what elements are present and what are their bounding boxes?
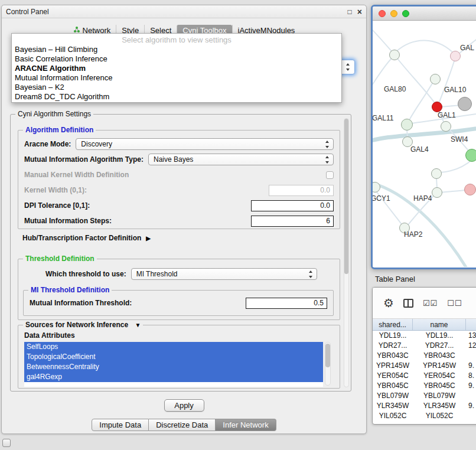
- algorithm-option[interactable]: Bayesian – Hill Climbing: [12, 45, 341, 54]
- threshold-definition-group: Threshold Definition Which threshold to …: [18, 259, 340, 320]
- mi-threshold-row: Mutual Information Threshold: 0.5: [24, 291, 333, 315]
- table-body: YDL19...YDL19...13 YDR27...YDR27...12 YB…: [373, 331, 476, 421]
- sources-group-title[interactable]: Sources for Network Inference ▼: [23, 321, 143, 329]
- apply-button[interactable]: Apply: [164, 399, 204, 412]
- table-row[interactable]: YIL052CYIL052C: [373, 411, 476, 421]
- which-threshold-row: Which threshold to use: MI Threshold: [18, 266, 340, 282]
- table-row[interactable]: YBR043CYBR043C: [373, 351, 476, 361]
- expand-arrow-icon[interactable]: ▶: [146, 235, 151, 242]
- network-node-label: GAL1: [438, 111, 456, 119]
- tab-infer-network[interactable]: Infer Network: [216, 419, 276, 431]
- algorithm-option[interactable]: Basic Correlation Inference: [12, 54, 341, 64]
- mi-threshold-definition-group: MI Threshold Definition Mutual Informati…: [23, 290, 334, 316]
- table-row[interactable]: YBL079WYBL079W: [373, 391, 476, 401]
- hub-definition-toggle[interactable]: Hub/Transcription Factor Definition ▶: [22, 234, 151, 242]
- table-row[interactable]: YDL19...YDL19...13: [373, 331, 476, 341]
- scrollbar-thumb[interactable]: [344, 119, 348, 274]
- network-node-gal11[interactable]: [401, 119, 413, 131]
- combo-stepper-icon: [324, 140, 331, 149]
- algorithm-option[interactable]: Bayesian – K2: [12, 83, 341, 92]
- aracne-mode-select[interactable]: Discovery: [76, 138, 334, 150]
- column-header[interactable]: [466, 319, 476, 330]
- cell: 12: [466, 341, 476, 351]
- table-row[interactable]: YDR27...YDR27...12: [373, 341, 476, 351]
- mi-steps-label: Mutual Information Steps:: [24, 217, 112, 225]
- network-node[interactable]: [464, 184, 476, 195]
- float-window-icon[interactable]: □: [348, 8, 352, 15]
- attribute-item[interactable]: TopologicalCoefficient: [24, 352, 323, 362]
- scrollbar-thumb[interactable]: [325, 344, 330, 367]
- which-threshold-value: MI Threshold: [136, 270, 178, 278]
- table-header: shared... name: [373, 319, 476, 331]
- kernel-width-label: Kernel Width (0,1):: [24, 186, 87, 194]
- manual-kernel-checkbox[interactable]: [326, 171, 334, 179]
- mi-steps-row: Mutual Information Steps: 6: [18, 213, 340, 229]
- control-panel-title: Control Panel: [6, 8, 343, 16]
- tab-impute-data[interactable]: Impute Data: [92, 419, 149, 431]
- table-row[interactable]: YER054CYER054C8.: [373, 371, 476, 381]
- cell: YDL19...: [413, 331, 466, 341]
- network-node[interactable]: [389, 50, 400, 60]
- dpi-tolerance-field[interactable]: 0.0: [251, 200, 334, 211]
- columns-icon[interactable]: [403, 299, 413, 308]
- mi-threshold-field[interactable]: 0.5: [246, 298, 327, 309]
- minimize-button[interactable]: [390, 10, 397, 17]
- select-columns-icon[interactable]: ☑☑: [423, 299, 438, 308]
- cell: YBL079W: [413, 391, 466, 401]
- control-panel-titlebar: Control Panel □ ×: [2, 5, 366, 18]
- algorithm-option-selected[interactable]: ARACNE Algorithm: [12, 64, 341, 73]
- algorithm-dropdown-popup: Select algorithm to view settings Bayesi…: [11, 33, 342, 103]
- network-node-label: SWI4: [451, 135, 468, 144]
- mi-threshold-definition-title: MI Threshold Definition: [28, 286, 112, 294]
- combo-stepper-icon: [307, 270, 315, 279]
- network-node[interactable]: [450, 51, 461, 61]
- kernel-width-field[interactable]: 0.0: [269, 185, 334, 196]
- attribute-item[interactable]: SelfLoops: [24, 342, 323, 352]
- algorithm-option[interactable]: Dream8 DC_TDC Algorithm: [12, 92, 341, 102]
- network-node-label: GAL10: [444, 86, 466, 94]
- mi-steps-field[interactable]: 6: [251, 216, 334, 227]
- cell: YPR145W: [373, 361, 413, 371]
- collapse-arrow-icon[interactable]: ▼: [135, 322, 141, 328]
- network-node[interactable]: [458, 97, 472, 111]
- network-node-gal1[interactable]: [441, 121, 451, 132]
- mi-threshold-label: Mutual Information Threshold:: [30, 299, 132, 307]
- cell: [466, 411, 476, 421]
- network-canvas[interactable]: GAL80 GAL10 GAL11 GAL1 SWI4 GAL4 GCY1 HA…: [373, 21, 476, 267]
- control-panel-dock-icon[interactable]: [2, 439, 11, 447]
- close-icon[interactable]: ×: [357, 8, 362, 15]
- cell: 13: [466, 331, 476, 341]
- zoom-button[interactable]: [402, 10, 409, 17]
- table-row[interactable]: YLR345WYLR345W9.: [373, 401, 476, 411]
- network-node-hap4[interactable]: [432, 187, 442, 198]
- cyni-algorithm-settings-group: Cyni Algorithm Settings Algorithm Defini…: [10, 114, 351, 392]
- settings-scrollbar[interactable]: [344, 118, 349, 387]
- cell: YBR045C: [413, 381, 466, 391]
- close-button[interactable]: [379, 10, 386, 17]
- cell: YLR345W: [413, 401, 466, 411]
- column-header-shared-name[interactable]: shared...: [373, 319, 413, 330]
- network-node[interactable]: [430, 74, 441, 84]
- network-node[interactable]: [431, 168, 442, 179]
- algorithm-option[interactable]: Mutual Information Inference: [12, 73, 341, 83]
- network-view-window: GAL80 GAL10 GAL11 GAL1 SWI4 GAL4 GCY1 HA…: [371, 5, 476, 269]
- tab-discretize-data[interactable]: Discretize Data: [149, 419, 216, 431]
- cell: YBR045C: [373, 381, 413, 391]
- cell: YBR043C: [413, 351, 466, 361]
- mi-type-select[interactable]: Naive Bayes: [148, 154, 334, 165]
- table-row[interactable]: YPR145WYPR145W9.: [373, 361, 476, 371]
- mi-type-label: Mutual Information Algorithm Type:: [24, 155, 144, 164]
- attribute-item[interactable]: gal4RGexp: [24, 372, 323, 382]
- network-node-label: GAL11: [373, 114, 393, 122]
- network-node-label: GCY1: [373, 194, 390, 203]
- data-attributes-label: Data Attributes: [24, 331, 75, 340]
- attribute-item[interactable]: BetweennessCentrality: [24, 362, 323, 372]
- which-threshold-select[interactable]: MI Threshold: [131, 268, 317, 280]
- network-node[interactable]: [465, 149, 476, 162]
- gear-icon[interactable]: ⚙: [383, 297, 394, 309]
- column-header-name[interactable]: name: [413, 319, 466, 330]
- table-row[interactable]: YBR045CYBR045C9.: [373, 381, 476, 391]
- attributes-list-scrollbar[interactable]: [325, 342, 331, 386]
- deselect-columns-icon[interactable]: ☐☐: [447, 299, 462, 308]
- cell: YDL19...: [373, 331, 413, 341]
